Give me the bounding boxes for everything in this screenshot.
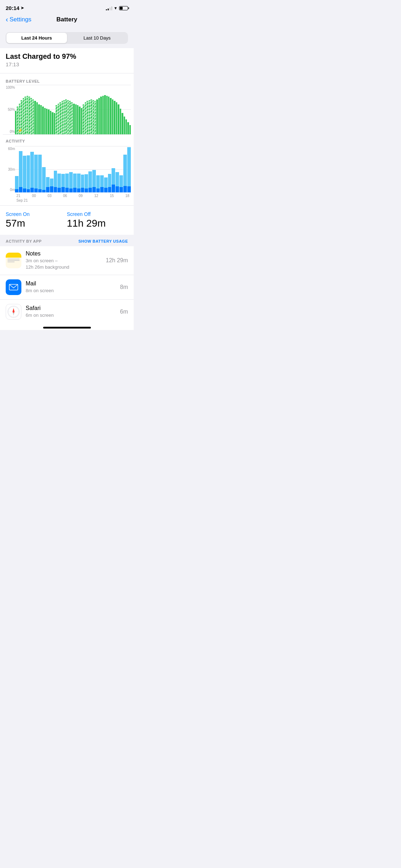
battery-bar	[83, 104, 84, 134]
battery-bar	[127, 122, 129, 134]
safari-app-icon	[6, 304, 21, 320]
app-row-notes[interactable]: Notes 3m on screen –12h 26m background 1…	[0, 246, 134, 275]
activity-bar	[88, 171, 92, 192]
segment-control-wrapper: Last 24 Hours Last 10 Days	[0, 28, 134, 48]
battery-bar	[120, 109, 121, 134]
activity-bar	[57, 174, 61, 192]
mail-app-detail: 8m on screen	[26, 288, 116, 294]
safari-app-name: Safari	[26, 305, 116, 311]
battery-bar	[87, 101, 88, 134]
battery-bar	[58, 104, 59, 134]
battery-y-axis: 100% 50% 0%	[3, 85, 15, 134]
app-list: Notes 3m on screen –12h 26m background 1…	[0, 246, 134, 324]
status-bar: 20:14 ➤ ▾	[0, 0, 134, 14]
screen-on-label: Screen On	[6, 211, 67, 217]
battery-bar	[15, 111, 16, 134]
app-row-mail[interactable]: Mail 8m on screen 8m	[0, 275, 134, 300]
battery-bar	[73, 104, 74, 134]
activity-bar	[34, 155, 38, 192]
notes-app-time: 12h 29m	[106, 257, 128, 264]
battery-bar	[114, 101, 115, 134]
last-charged-section: Last Charged to 97% 17:13	[0, 48, 134, 73]
time-display: 20:14	[6, 5, 19, 11]
activity-bar	[127, 147, 131, 192]
battery-bar	[110, 98, 111, 134]
battery-bar	[36, 102, 38, 134]
battery-level-chart: 100% 50% 0% ⚡	[3, 85, 131, 135]
activity-bar	[27, 155, 30, 192]
activity-bar	[65, 174, 69, 192]
battery-bar	[104, 95, 106, 134]
charging-lightning-icon: ⚡	[17, 128, 23, 133]
screen-off-value: 11h 29m	[67, 218, 128, 229]
mail-app-info: Mail 8m on screen	[26, 280, 116, 294]
battery-bars: ⚡	[15, 85, 131, 134]
battery-bar	[67, 100, 69, 134]
battery-bar	[40, 105, 42, 134]
battery-bar	[56, 105, 57, 134]
safari-app-detail: 6m on screen	[26, 312, 116, 319]
last-charged-time: 17:13	[6, 61, 128, 67]
x-axis-labels: 21 00 03 06 09 12 15 18	[15, 194, 131, 198]
battery-bar	[69, 101, 71, 134]
activity-bar	[42, 167, 46, 192]
time-range-segment: Last 24 Hours Last 10 Days	[6, 32, 128, 44]
activity-label: ACTIVITY	[6, 139, 131, 143]
battery-bar	[118, 104, 119, 134]
battery-bar	[124, 117, 125, 134]
battery-bar	[98, 98, 100, 134]
activity-bar	[73, 174, 77, 192]
activity-bar	[112, 168, 115, 192]
battery-level-label: BATTERY LEVEL	[6, 79, 131, 83]
notes-app-info: Notes 3m on screen –12h 26m background	[26, 250, 102, 270]
safari-app-info: Safari 6m on screen	[26, 305, 116, 319]
screen-off-stat: Screen Off 11h 29m	[67, 211, 128, 229]
activity-bar	[15, 176, 19, 192]
battery-bar	[106, 96, 108, 134]
battery-fill	[120, 7, 123, 10]
safari-compass-icon	[7, 305, 20, 318]
x-axis-sub-label: Sep 21	[15, 198, 131, 205]
battery-bar	[29, 97, 30, 134]
activity-bar	[108, 174, 112, 192]
activity-chart: 60m 30m 0m	[3, 146, 131, 192]
location-icon: ➤	[21, 6, 24, 10]
activity-by-app-header: ACTIVITY BY APP SHOW BATTERY USAGE	[0, 235, 134, 246]
battery-bar	[25, 97, 26, 134]
back-button[interactable]: ‹ Settings	[6, 15, 31, 24]
wifi-icon: ▾	[114, 5, 117, 11]
battery-bar	[79, 107, 80, 134]
battery-bar	[94, 101, 96, 134]
nav-bar: ‹ Settings Battery	[0, 14, 134, 28]
show-battery-usage-button[interactable]: SHOW BATTERY USAGE	[78, 239, 128, 243]
battery-bar	[48, 109, 49, 134]
activity-bar	[46, 177, 50, 192]
activity-bar	[30, 152, 34, 192]
activity-bar	[81, 175, 84, 192]
activity-bar	[77, 174, 81, 192]
notes-app-name: Notes	[26, 250, 102, 257]
notes-app-icon	[6, 253, 21, 268]
battery-bar	[27, 96, 28, 134]
activity-bar	[123, 155, 127, 192]
home-bar	[43, 327, 91, 329]
mail-app-name: Mail	[26, 280, 116, 287]
notes-app-detail: 3m on screen –12h 26m background	[26, 258, 102, 270]
battery-bar	[81, 108, 82, 134]
back-label: Settings	[10, 16, 31, 23]
screen-stats-section: Screen On 57m Screen Off 11h 29m	[0, 205, 134, 235]
activity-by-app-label: ACTIVITY BY APP	[6, 239, 42, 243]
battery-bar	[42, 107, 43, 134]
segment-last-24-hours[interactable]: Last 24 Hours	[6, 33, 67, 43]
battery-bar	[77, 105, 78, 134]
battery-bar	[100, 97, 102, 134]
segment-last-10-days[interactable]: Last 10 Days	[67, 33, 128, 43]
activity-bar	[61, 174, 65, 192]
back-chevron-icon: ‹	[6, 15, 8, 24]
battery-bar	[122, 113, 123, 134]
activity-bar	[54, 171, 57, 192]
activity-bar	[104, 177, 108, 192]
app-row-safari[interactable]: Safari 6m on screen 6m	[0, 300, 134, 324]
battery-bar	[63, 100, 65, 134]
battery-bar	[71, 102, 73, 134]
